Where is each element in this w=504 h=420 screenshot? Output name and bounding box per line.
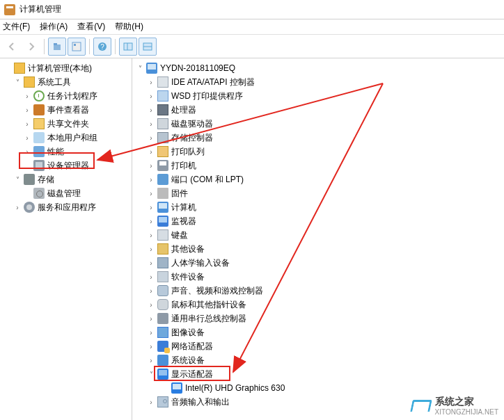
toolbar-separator <box>89 39 90 54</box>
tree-label: 人体学输入设备 <box>171 257 230 269</box>
perf-icon <box>33 146 45 157</box>
expand-icon[interactable]: › <box>146 175 156 184</box>
panel-button[interactable] <box>119 38 137 56</box>
expand-icon[interactable]: › <box>22 105 32 115</box>
devtree-root[interactable]: ˅ YYDN-20181109EQ <box>132 61 504 75</box>
collapse-icon[interactable]: ˅ <box>135 63 145 73</box>
tree-shared-folders[interactable]: › 共享文件夹 <box>0 117 132 131</box>
devtree-usb[interactable]: ›通用串行总线控制器 <box>132 312 504 325</box>
devtree-other[interactable]: ›其他设备 <box>132 242 504 256</box>
devtree-monitor[interactable]: ›监视器 <box>132 214 504 228</box>
devtree-hid[interactable]: ›人体学输入设备 <box>132 256 504 270</box>
refresh-button[interactable] <box>139 38 157 56</box>
blank-expander <box>160 383 170 393</box>
menu-help[interactable]: 帮助(H) <box>115 21 143 33</box>
tree-storage[interactable]: ˅ 存储 <box>0 172 132 186</box>
expand-icon[interactable]: › <box>146 188 156 198</box>
expand-icon[interactable]: › <box>146 355 156 365</box>
devtree-firmware[interactable]: ›固件 <box>132 186 504 200</box>
expand-icon[interactable]: › <box>146 202 156 212</box>
expand-icon[interactable]: › <box>146 341 156 351</box>
devtree-display-adapters[interactable]: ˅显示适配器 <box>132 367 504 381</box>
collapse-icon[interactable] <box>3 63 13 73</box>
gpu-icon <box>171 382 182 394</box>
devtree-cpu[interactable]: ›处理器 <box>132 103 504 117</box>
svg-rect-1 <box>54 43 57 45</box>
tree-label: 磁盘驱动器 <box>171 118 213 130</box>
menu-view[interactable]: 查看(V) <box>77 21 105 33</box>
tree-device-manager[interactable]: 设备管理器 <box>0 159 132 172</box>
expand-icon[interactable]: › <box>146 230 156 240</box>
gear-icon <box>24 202 35 213</box>
expand-icon[interactable]: › <box>146 91 156 101</box>
tree-event-viewer[interactable]: › 事件查看器 <box>0 103 132 117</box>
devtree-computer[interactable]: ›计算机 <box>132 200 504 214</box>
tree-local-users[interactable]: › 本地用户和组 <box>0 131 132 145</box>
expand-icon[interactable]: › <box>22 91 32 101</box>
devtree-software[interactable]: ›软件设备 <box>132 270 504 284</box>
expand-icon[interactable]: › <box>146 77 156 87</box>
toolbar: ? <box>0 35 504 58</box>
menu-action[interactable]: 操作(A) <box>40 21 68 33</box>
tree-services-apps[interactable]: › 服务和应用程序 <box>0 200 132 214</box>
devtree-sound[interactable]: ›声音、视频和游戏控制器 <box>132 284 504 298</box>
tree-label: 存储 <box>38 174 54 186</box>
collapse-icon[interactable]: ˅ <box>146 369 156 379</box>
printer-icon <box>157 160 168 171</box>
expand-icon[interactable]: › <box>146 300 156 309</box>
devtree-system-devices[interactable]: ›系统设备 <box>132 353 504 367</box>
devtree-wsd[interactable]: ›WSD 打印提供程序 <box>132 89 504 103</box>
collapse-icon[interactable]: ˅ <box>13 77 22 87</box>
collapse-icon[interactable]: ˅ <box>13 175 22 184</box>
expand-icon[interactable]: › <box>146 147 156 156</box>
up-button[interactable] <box>48 38 66 56</box>
expand-icon[interactable]: › <box>146 105 156 115</box>
devtree-printers[interactable]: ›打印机 <box>132 159 504 172</box>
expand-icon[interactable]: › <box>22 119 32 129</box>
devtree-keyboard[interactable]: ›键盘 <box>132 228 504 242</box>
help-button[interactable]: ? <box>93 38 111 56</box>
forward-button[interactable] <box>22 38 40 56</box>
expand-icon[interactable]: › <box>146 258 156 268</box>
expand-icon[interactable]: › <box>146 216 156 226</box>
menu-file[interactable]: 文件(F) <box>3 21 30 33</box>
tree-label: 处理器 <box>171 104 196 116</box>
tree-disk-management[interactable]: 磁盘管理 <box>0 186 132 200</box>
devtree-mouse[interactable]: ›鼠标和其他指针设备 <box>132 298 504 312</box>
tree-label: 声音、视频和游戏控制器 <box>171 285 263 297</box>
tree-label: 监视器 <box>171 216 196 227</box>
devtree-ports[interactable]: ›端口 (COM 和 LPT) <box>132 172 504 186</box>
expand-icon[interactable]: › <box>146 244 156 254</box>
devtree-print-queue[interactable]: ›打印队列 <box>132 145 504 159</box>
expand-icon[interactable]: › <box>146 119 156 129</box>
expand-icon[interactable]: › <box>146 286 156 296</box>
queue-icon <box>157 146 168 157</box>
expand-icon[interactable]: › <box>22 147 32 156</box>
devtree-disk-drives[interactable]: ›磁盘驱动器 <box>132 117 504 131</box>
devtree-storage-ctrl[interactable]: ›存储控制器 <box>132 131 504 145</box>
expand-icon[interactable]: › <box>146 272 156 282</box>
devtree-imaging[interactable]: ›图像设备 <box>132 325 504 339</box>
tree-performance[interactable]: › 性能 <box>0 145 132 159</box>
watermark-url: XITONGZHIJIA.NET <box>435 408 499 416</box>
expand-icon[interactable]: › <box>146 161 156 170</box>
tree-system-tools[interactable]: ˅ 系统工具 <box>0 75 132 89</box>
tree-root-computer-mgmt[interactable]: 计算机管理(本地) <box>0 61 132 75</box>
expand-icon[interactable]: › <box>146 397 156 407</box>
mouse-icon <box>157 299 168 310</box>
drive-icon <box>157 118 168 129</box>
devtree-ide-ata[interactable]: ›IDE ATA/ATAPI 控制器 <box>132 75 504 89</box>
window-title: 计算机管理 <box>19 3 61 15</box>
devtree-network[interactable]: ›网络适配器 <box>132 339 504 353</box>
expand-icon[interactable]: › <box>13 202 22 212</box>
expand-icon[interactable]: › <box>146 328 156 337</box>
tree-task-scheduler[interactable]: › 任务计划程序 <box>0 89 132 103</box>
expand-icon[interactable]: › <box>146 314 156 323</box>
back-button[interactable] <box>3 38 21 56</box>
expand-icon[interactable]: › <box>146 133 156 143</box>
expand-icon[interactable]: › <box>22 133 32 143</box>
devtree-gpu-item[interactable]: Intel(R) UHD Graphics 630 <box>132 381 504 395</box>
properties-button[interactable] <box>68 38 86 56</box>
tree-label: 通用串行总线控制器 <box>171 313 246 325</box>
other-icon <box>157 243 168 255</box>
